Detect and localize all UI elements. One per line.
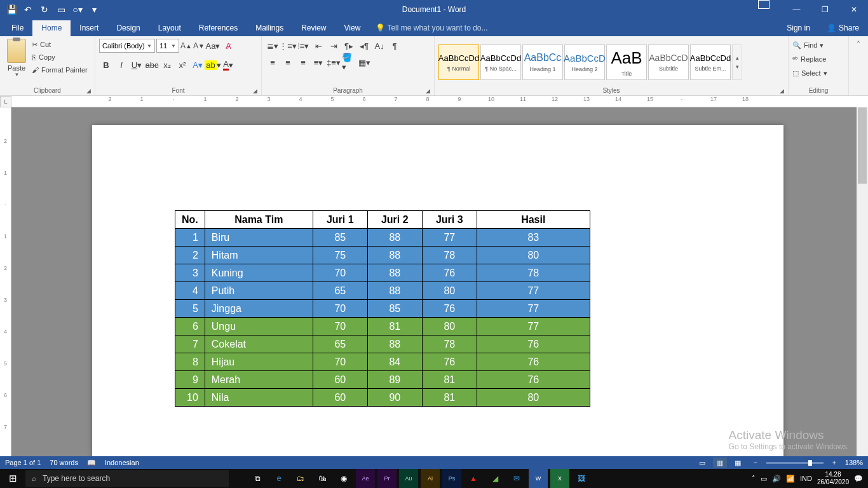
excel-icon[interactable]: X	[550, 469, 569, 488]
tab-view[interactable]: View	[336, 20, 370, 36]
highlight-icon[interactable]: ab▾	[206, 58, 220, 72]
mail-icon[interactable]: ✉	[507, 469, 526, 488]
au-icon[interactable]: Au	[399, 469, 418, 488]
style-item[interactable]: AaBbCcDd¶ No Spac...	[480, 44, 521, 80]
photos-icon[interactable]: 🖼	[572, 469, 591, 488]
table-row[interactable]: 3Kuning70887678	[175, 264, 590, 282]
tray-wifi-icon[interactable]: 📶	[786, 475, 795, 483]
minimize-button[interactable]: —	[782, 0, 811, 18]
scrollbar-thumb[interactable]	[858, 107, 867, 184]
tray-chevron-icon[interactable]: ˄	[752, 475, 756, 483]
file-explorer-icon[interactable]: 🗂	[291, 469, 310, 488]
align-left-icon[interactable]: ≡	[266, 55, 280, 69]
style-item[interactable]: AaBbCcDd¶ Normal	[438, 44, 479, 80]
font-name-combo[interactable]: Calibri (Body)▼	[99, 39, 155, 53]
status-language[interactable]: Indonesian	[105, 459, 139, 466]
paste-button[interactable]: Paste ▼	[4, 39, 29, 78]
page[interactable]: No.Nama TimJuri 1Juri 2Juri 3Hasil 1Biru…	[92, 125, 783, 456]
redo-icon[interactable]: ↻	[37, 2, 52, 17]
align-center-icon[interactable]: ≡	[281, 55, 295, 69]
align-right-icon[interactable]: ≡	[296, 55, 310, 69]
text-effects-icon[interactable]: A▾	[191, 58, 205, 72]
chrome-icon[interactable]: ◉	[334, 469, 353, 488]
dialog-launcher-icon[interactable]: ◢	[86, 88, 91, 94]
font-color-icon[interactable]: A▾	[221, 58, 235, 72]
format-painter-button[interactable]: 🖌 Format Painter	[32, 64, 88, 76]
ribbon-display-icon[interactable]	[758, 0, 770, 9]
document-table[interactable]: No.Nama TimJuri 1Juri 2Juri 3Hasil 1Biru…	[175, 210, 590, 407]
shading-icon[interactable]: 🪣▾	[342, 55, 356, 69]
close-button[interactable]: ✕	[839, 0, 868, 18]
view-read-icon[interactable]: ▭	[695, 458, 709, 468]
qat-item-icon[interactable]: ▭	[53, 2, 69, 17]
status-proofing-icon[interactable]: 📖	[87, 459, 96, 467]
dialog-launcher-icon[interactable]: ◢	[253, 88, 257, 94]
numbering-icon[interactable]: ⋮≡▾	[281, 39, 295, 53]
multilevel-list-icon[interactable]: ⁝≡▾	[296, 39, 310, 53]
zoom-thumb[interactable]	[808, 460, 812, 466]
app-icon[interactable]: ◢	[485, 469, 505, 488]
tray-language[interactable]: IND	[800, 475, 812, 482]
maximize-button[interactable]: ❐	[811, 0, 839, 18]
table-row[interactable]: 7Cokelat65887876	[175, 336, 590, 353]
tray-notifications-icon[interactable]: 💬	[854, 475, 863, 483]
ruler-horizontal[interactable]: 21·123456789101112131415·1718	[11, 96, 857, 107]
italic-button[interactable]: I	[114, 58, 128, 72]
status-words[interactable]: 70 words	[50, 459, 78, 466]
tab-mailings[interactable]: Mailings	[247, 20, 292, 36]
style-item[interactable]: AaBbCcHeading 1	[522, 44, 563, 80]
change-case-icon[interactable]: Aa▾	[206, 39, 220, 53]
tab-design[interactable]: Design	[107, 20, 149, 36]
tell-me-search[interactable]: 💡 Tell me what you want to do...	[369, 20, 494, 36]
vertical-scrollbar[interactable]	[857, 107, 868, 456]
taskbar-search[interactable]: ⌕ Type here to search	[25, 470, 229, 487]
tab-insert[interactable]: Insert	[71, 20, 107, 36]
qat-item-icon[interactable]: ○▾	[70, 2, 85, 17]
table-row[interactable]: 5Jingga70857677	[175, 300, 590, 318]
table-row[interactable]: 10Nila60908180	[175, 389, 590, 407]
tray-clock[interactable]: 14.28 26/04/2020	[817, 471, 849, 486]
copy-button[interactable]: ⎘ Copy	[32, 51, 88, 63]
superscript-button[interactable]: x²	[175, 58, 189, 72]
ltr-icon[interactable]: ¶▸	[342, 39, 356, 53]
document-area[interactable]: No.Nama TimJuri 1Juri 2Juri 3Hasil 1Biru…	[11, 107, 857, 456]
strikethrough-button[interactable]: abc	[145, 58, 159, 72]
table-row[interactable]: 2Hitam75887880	[175, 247, 590, 264]
pr-icon[interactable]: Pr	[377, 469, 397, 488]
zoom-in-button[interactable]: +	[827, 458, 841, 468]
style-item[interactable]: AaBbCcDdSubtle Em...	[690, 44, 731, 80]
select-button[interactable]: ⬚ Select ▾	[792, 67, 827, 79]
table-row[interactable]: 1Biru85887783	[175, 229, 590, 247]
table-row[interactable]: 8Hijau70847676	[175, 353, 590, 371]
ai-icon[interactable]: Ai	[421, 469, 440, 488]
table-row[interactable]: 4Putih65888077	[175, 282, 590, 300]
font-size-combo[interactable]: 11▼	[156, 39, 179, 53]
tray-battery-icon[interactable]: ▭	[761, 475, 767, 483]
status-page[interactable]: Page 1 of 1	[5, 459, 41, 466]
table-row[interactable]: 6Ungu70818077	[175, 318, 590, 336]
save-icon[interactable]: 💾	[4, 2, 19, 17]
tray-volume-icon[interactable]: 🔊	[772, 475, 781, 483]
word-icon[interactable]: W	[529, 469, 548, 488]
table-row[interactable]: 9Merah60898176	[175, 371, 590, 389]
bold-button[interactable]: B	[99, 58, 113, 72]
sign-in-button[interactable]: Sign in	[780, 20, 817, 36]
tab-layout[interactable]: Layout	[149, 20, 190, 36]
decrease-indent-icon[interactable]: ⇤	[311, 39, 325, 53]
shrink-font-icon[interactable]: A▼	[193, 39, 205, 53]
cut-button[interactable]: ✂ Cut	[32, 39, 88, 50]
acrobat-icon[interactable]: ▲	[464, 469, 483, 488]
style-item[interactable]: AaBbCcDSubtitle	[648, 44, 689, 80]
replace-button[interactable]: ᵃᵇ Replace	[792, 53, 826, 65]
ruler-vertical[interactable]: 21·1234567	[0, 107, 11, 456]
zoom-slider[interactable]	[766, 462, 824, 464]
justify-icon[interactable]: ≡▾	[311, 55, 325, 69]
task-view-icon[interactable]: ⧉	[248, 469, 267, 488]
ae-icon[interactable]: Ae	[356, 469, 375, 488]
styles-more-button[interactable]: ▴▾	[732, 44, 742, 80]
start-button[interactable]: ⊞	[0, 469, 25, 488]
style-item[interactable]: AaBbCcDHeading 2	[564, 44, 605, 80]
tab-references[interactable]: References	[190, 20, 247, 36]
zoom-level[interactable]: 138%	[845, 459, 863, 466]
bullets-icon[interactable]: ≣▾	[266, 39, 280, 53]
